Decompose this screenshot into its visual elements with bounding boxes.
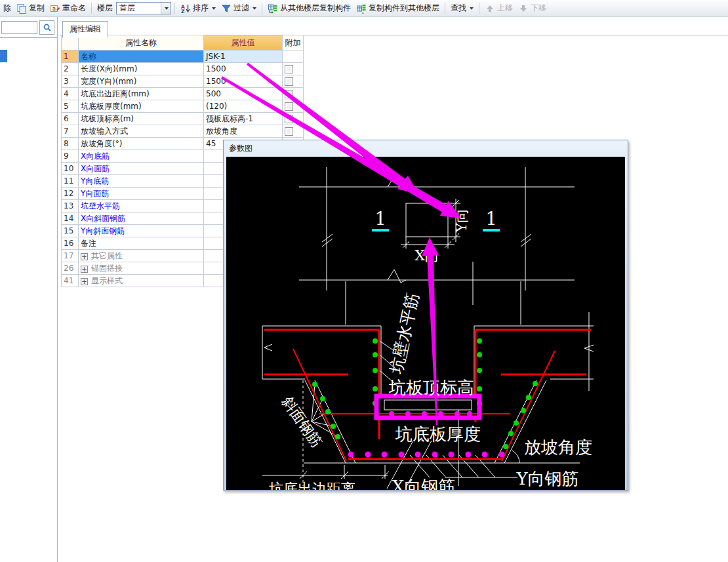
toolbar-separator bbox=[479, 3, 479, 14]
row-number[interactable]: 26 bbox=[62, 262, 79, 275]
property-name-link[interactable]: X向斜面钢筋 bbox=[79, 212, 204, 225]
row-number[interactable]: 12 bbox=[62, 188, 79, 200]
sort-button[interactable]: AZ 排序 bbox=[178, 1, 218, 15]
property-name-link[interactable]: Y向底筋 bbox=[79, 175, 204, 188]
move-down-button: 下移 bbox=[516, 1, 548, 15]
filter-funnel-icon bbox=[221, 3, 232, 14]
extra-checkbox[interactable] bbox=[285, 65, 293, 73]
arrow-up-icon bbox=[485, 3, 495, 14]
property-value-cell[interactable]: 筏板底标高-1 bbox=[204, 113, 283, 125]
table-row: 7 放坡输入方式 放坡角度 bbox=[62, 125, 304, 138]
floor-label-text: 楼层 bbox=[97, 3, 113, 14]
copy-from-floor-button[interactable]: 从其他楼层复制构件 bbox=[266, 1, 353, 15]
property-name-cell: 放坡输入方式 bbox=[79, 125, 204, 138]
extra-cell bbox=[283, 88, 304, 100]
group-label: 其它属性 bbox=[91, 251, 123, 260]
table-row: 6 坑板顶标高(m) 筏板底标高-1 bbox=[62, 113, 304, 125]
chevron-down-icon bbox=[253, 7, 256, 10]
property-name-link[interactable]: 坑壁水平筋 bbox=[79, 200, 204, 212]
row-number[interactable]: 8 bbox=[62, 138, 79, 150]
property-value-cell[interactable]: 1500 bbox=[204, 63, 283, 75]
window-title-bar[interactable]: 参数图 bbox=[224, 140, 628, 156]
chevron-down-icon bbox=[470, 7, 474, 10]
delete-button[interactable]: 除 bbox=[1, 1, 13, 15]
group-row-cell[interactable]: +其它属性 bbox=[79, 250, 204, 262]
extra-checkbox[interactable] bbox=[285, 115, 293, 123]
group-row-cell[interactable]: +显示样式 bbox=[79, 275, 204, 287]
copy-to-floor-button[interactable]: 复制构件到其他楼层 bbox=[354, 1, 441, 15]
extra-cell bbox=[283, 113, 304, 125]
search-button[interactable] bbox=[39, 20, 54, 35]
row-number[interactable]: 2 bbox=[62, 63, 79, 75]
rename-icon: a bbox=[50, 3, 60, 14]
property-name-cell: 名称 bbox=[79, 50, 204, 63]
section-mark: 1 1 bbox=[372, 209, 500, 231]
row-number[interactable]: 11 bbox=[62, 175, 79, 188]
row-number[interactable]: 9 bbox=[62, 150, 79, 163]
row-number[interactable]: 10 bbox=[62, 163, 79, 175]
expand-icon[interactable]: + bbox=[81, 278, 88, 285]
tab-property-edit[interactable]: 属性编辑 bbox=[62, 21, 108, 38]
group-row-cell[interactable]: +锚固搭接 bbox=[79, 262, 204, 275]
property-name-link[interactable]: X向面筋 bbox=[79, 163, 204, 175]
row-number[interactable]: 16 bbox=[62, 237, 79, 250]
extra-checkbox[interactable] bbox=[285, 102, 293, 111]
extra-checkbox[interactable] bbox=[285, 77, 293, 86]
row-number[interactable]: 1 bbox=[62, 50, 79, 63]
toolbar-separator bbox=[445, 3, 445, 14]
row-number[interactable]: 5 bbox=[62, 100, 79, 113]
property-name-link[interactable]: Y向斜面钢筋 bbox=[79, 225, 204, 237]
floor-label: 楼层 bbox=[95, 1, 115, 15]
row-number[interactable]: 6 bbox=[62, 113, 79, 125]
selected-tree-item[interactable] bbox=[0, 50, 7, 62]
floor-combobox-dropdown-button[interactable] bbox=[161, 3, 171, 14]
extra-checkbox[interactable] bbox=[285, 127, 293, 136]
move-up-label: 上移 bbox=[497, 3, 513, 14]
expand-icon[interactable]: + bbox=[81, 253, 88, 260]
row-number[interactable]: 3 bbox=[62, 75, 79, 88]
row-number[interactable]: 15 bbox=[62, 225, 79, 237]
label-pit-wall-bar: 坑壁水平筋 bbox=[386, 291, 422, 376]
property-value-cell[interactable]: 1500 bbox=[204, 75, 283, 88]
row-number[interactable]: 17 bbox=[62, 250, 79, 262]
search-input[interactable] bbox=[1, 21, 37, 34]
extra-cell bbox=[283, 50, 304, 63]
extra-checkbox[interactable] bbox=[285, 90, 293, 98]
row-number[interactable]: 4 bbox=[62, 88, 79, 100]
row-number[interactable]: 13 bbox=[62, 200, 79, 212]
property-value-cell[interactable]: 500 bbox=[204, 88, 283, 100]
filter-button[interactable]: 过滤 bbox=[219, 1, 258, 15]
chevron-down-icon bbox=[212, 7, 216, 10]
row-number[interactable]: 41 bbox=[62, 275, 79, 287]
label-x-direction: X向 bbox=[415, 247, 439, 264]
property-value-cell[interactable]: JSK-1 bbox=[204, 50, 283, 63]
copy-button[interactable]: 复制 bbox=[14, 1, 47, 15]
label-y-direction: Y向 bbox=[453, 209, 470, 233]
property-name-link[interactable]: X向底筋 bbox=[79, 150, 204, 163]
property-name-cell: 坑底板厚度(mm) bbox=[79, 100, 204, 113]
svg-text:a: a bbox=[52, 6, 56, 12]
row-number[interactable]: 7 bbox=[62, 125, 79, 138]
copy-from-floor-icon bbox=[268, 3, 278, 14]
property-name-cell: 坑底出边距离(mm) bbox=[79, 88, 204, 100]
svg-text:Z: Z bbox=[181, 9, 185, 14]
rename-button[interactable]: a 重命名 bbox=[48, 1, 88, 15]
table-row: 1 名称 JSK-1 bbox=[62, 50, 304, 63]
property-value-cell[interactable]: (120) bbox=[204, 100, 283, 113]
label-slope-angle: 放坡角度 bbox=[524, 437, 592, 457]
label-y-bar: Y向钢筋 bbox=[516, 469, 578, 489]
expand-icon[interactable]: + bbox=[81, 266, 88, 273]
rename-label: 重命名 bbox=[62, 3, 86, 14]
label-pit-top-elevation: 坑板顶标高 bbox=[388, 378, 474, 397]
move-up-button: 上移 bbox=[483, 1, 515, 15]
section-mark-right: 1 bbox=[485, 209, 496, 229]
find-button[interactable]: 查找 bbox=[449, 1, 475, 15]
arrow-down-icon bbox=[518, 3, 529, 14]
property-value-cell[interactable]: 放坡角度 bbox=[204, 125, 283, 138]
find-label: 查找 bbox=[451, 3, 466, 14]
row-number[interactable]: 14 bbox=[62, 212, 79, 225]
property-name-cell: 放坡角度(°) bbox=[79, 138, 204, 150]
property-name-link[interactable]: Y向面筋 bbox=[79, 188, 204, 200]
diagram-canvas: 1 1 X向 Y向 坑壁水平筋 斜面钢筋 坑板顶标高 坑底板厚度 放坡角度 Y向… bbox=[226, 157, 625, 490]
floor-combobox[interactable]: 首层 bbox=[116, 2, 171, 14]
